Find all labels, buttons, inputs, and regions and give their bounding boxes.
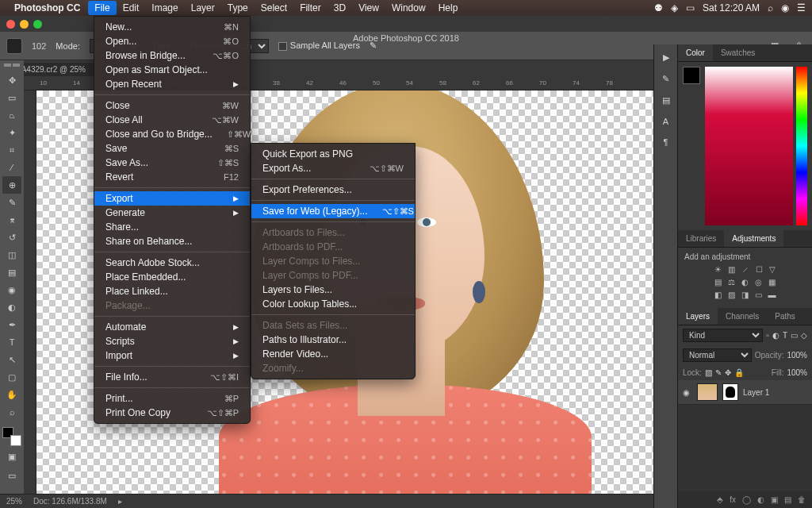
ruler-vertical[interactable] [24,90,36,494]
marquee-tool[interactable]: ▭ [2,89,21,106]
swatches-tab[interactable]: Swatches [713,44,763,61]
battery-icon[interactable]: ▭ [686,2,695,13]
fg-color-chip[interactable] [683,67,700,84]
menuitem-save-for-web-legacy[interactable]: Save for Web (Legacy)...⌥⇧⌘S [251,204,415,218]
lock-pos-icon[interactable]: ✥ [725,368,731,377]
menuitem-export-preferences[interactable]: Export Preferences... [251,183,415,197]
menuitem-scripts[interactable]: Scripts▶ [94,334,250,348]
adjustments-tab[interactable]: Adjustments [724,230,783,247]
menuitem-open-recent[interactable]: Open Recent▶ [94,77,250,91]
blur-tool[interactable]: ◉ [2,281,21,298]
char-panel-icon[interactable]: A [663,117,668,126]
filter-adjust-icon[interactable]: ◐ [772,331,779,340]
type-tool[interactable]: T [2,333,21,351]
invert-icon[interactable]: ◧ [714,291,722,299]
window-close-button[interactable] [6,20,15,29]
menuitem-color-lookup-tables[interactable]: Color Lookup Tables... [251,297,415,311]
new-adjust-icon[interactable]: ◐ [757,495,764,504]
fx-icon[interactable]: fx [730,495,736,504]
menu-file[interactable]: File [88,1,116,15]
app-name[interactable]: Photoshop CC [14,2,80,13]
menu-select[interactable]: Select [255,1,293,15]
menu-help[interactable]: Help [432,1,465,15]
channels-tab[interactable]: Channels [718,308,767,325]
sample-all-layers[interactable]: Sample All Layers [278,40,360,51]
menuitem-close-and-go-to-bridge[interactable]: Close and Go to Bridge...⇧⌘W [94,127,250,141]
menuitem-print-one-copy[interactable]: Print One Copy⌥⇧⌘P [94,406,250,420]
shape-tool[interactable]: ▢ [2,368,21,386]
search-icon[interactable]: ⌕ [768,2,773,13]
gradient-tool[interactable]: ▤ [2,264,21,281]
history-panel-icon[interactable]: ▶ [663,52,669,63]
menuitem-open[interactable]: Open...⌘O [94,34,250,48]
filter-shape-icon[interactable]: ▭ [791,331,798,340]
curves-icon[interactable]: ⟋ [741,265,749,274]
lock-trans-icon[interactable]: ▨ [705,368,712,377]
menubar-clock[interactable]: Sat 12:20 AM [703,2,760,13]
colbal-icon[interactable]: ⚖ [728,278,735,287]
new-group-icon[interactable]: ▣ [771,495,778,504]
blend-mode-select[interactable]: Normal [683,348,752,362]
heal-tool[interactable]: ⊕ [2,176,21,194]
brush-preview[interactable] [6,38,22,54]
thresh-icon[interactable]: ◨ [741,291,749,299]
menuitem-revert[interactable]: RevertF12 [94,170,250,184]
layer-mask-thumbnail[interactable] [722,383,738,401]
filter-image-icon[interactable]: ▫ [766,331,769,340]
signal-icon[interactable]: ◈ [671,2,678,13]
chmix-icon[interactable]: ▦ [768,278,776,287]
menuitem-share[interactable]: Share... [94,220,250,234]
menu-edit[interactable]: Edit [117,1,146,15]
menuitem-import[interactable]: Import▶ [94,348,250,363]
photo-filter-icon[interactable]: ◎ [755,278,762,287]
menuitem-save[interactable]: Save⌘S [94,141,250,156]
wifi-icon[interactable]: ⚉ [654,2,663,13]
zoom-tool[interactable]: ⌕ [2,403,21,421]
menuitem-print[interactable]: Print...⌘P [94,391,250,406]
menuitem-place-embedded[interactable]: Place Embedded... [94,270,250,284]
move-tool[interactable]: ✥ [2,71,21,89]
brush-panel-icon[interactable]: ✎ [662,74,669,84]
poster-icon[interactable]: ▨ [728,291,735,299]
exposure-icon[interactable]: ☐ [756,265,763,274]
wand-tool[interactable]: ✦ [2,124,21,141]
color-tab[interactable]: Color [678,44,713,61]
layer-visibility-icon[interactable]: ◉ [683,388,692,397]
menuitem-automate[interactable]: Automate▶ [94,320,250,334]
zoom-level[interactable]: 25% [6,497,22,506]
eraser-tool[interactable]: ◫ [2,246,21,264]
menuitem-export-as[interactable]: Export As...⌥⇧⌘W [251,161,415,175]
hand-tool[interactable]: ✋ [2,386,21,403]
doc-info[interactable]: Doc: 126.6M/133.8M [33,497,107,506]
hue-icon[interactable]: ▤ [714,278,722,287]
hue-slider[interactable] [796,67,807,225]
paths-tab[interactable]: Paths [767,308,803,325]
menuitem-render-video[interactable]: Render Video... [251,347,415,361]
filter-type-icon[interactable]: T [783,331,787,340]
notification-icon[interactable]: ☰ [797,2,806,13]
quickmask-icon[interactable]: ▣ [2,448,21,465]
menuitem-place-linked[interactable]: Place Linked... [94,284,250,298]
menuitem-save-as[interactable]: Save As...⇧⌘S [94,156,250,170]
menu-type[interactable]: Type [221,1,255,15]
menu-3d[interactable]: 3D [327,1,352,15]
crop-tool[interactable]: ⌗ [2,141,21,159]
path-tool[interactable]: ↖ [2,351,21,368]
menu-filter[interactable]: Filter [293,1,327,15]
brush-size[interactable]: 102 [32,41,46,51]
menuitem-quick-export-as-png[interactable]: Quick Export as PNG [251,147,415,161]
menuitem-share-on-behance[interactable]: Share on Behance... [94,234,250,248]
stamp-tool[interactable]: ⌆ [2,211,21,229]
layers-tab[interactable]: Layers [678,308,718,325]
foreground-background-colors[interactable] [2,427,21,446]
sel-color-icon[interactable]: ▬ [768,291,776,299]
lock-paint-icon[interactable]: ✎ [715,368,722,377]
menuitem-open-as-smart-object[interactable]: Open as Smart Object... [94,63,250,77]
menu-view[interactable]: View [352,1,385,15]
vibrance-icon[interactable]: ▽ [769,265,776,274]
color-field[interactable] [705,67,793,225]
window-minimize-button[interactable] [20,20,29,29]
pen-tool[interactable]: ✒ [2,316,21,333]
mask-icon[interactable]: ◯ [742,495,751,504]
layer-thumbnail[interactable] [697,383,718,401]
